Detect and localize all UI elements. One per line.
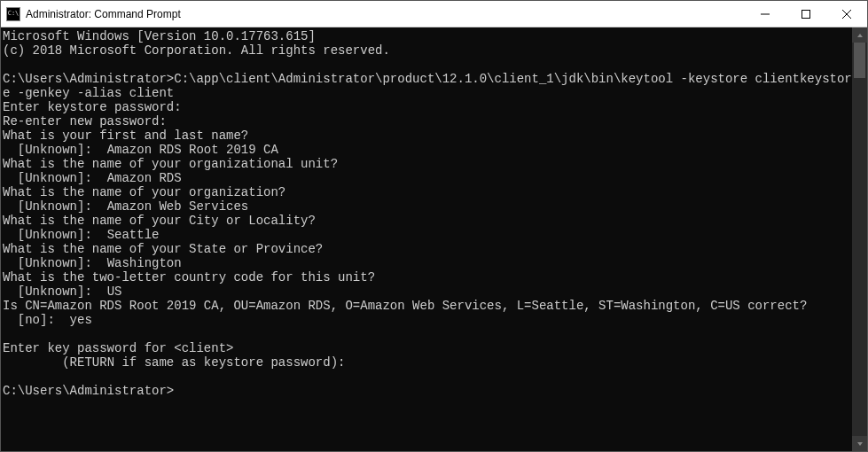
close-icon bbox=[842, 10, 851, 19]
terminal-output[interactable]: Microsoft Windows [Version 10.0.17763.61… bbox=[1, 27, 852, 451]
scroll-up-button[interactable] bbox=[852, 27, 867, 43]
scroll-down-button[interactable] bbox=[852, 436, 867, 451]
close-button[interactable] bbox=[826, 1, 867, 27]
titlebar[interactable]: C:\ Administrator: Command Prompt bbox=[1, 1, 867, 27]
chevron-up-icon bbox=[856, 32, 864, 39]
svg-rect-1 bbox=[802, 10, 810, 18]
minimize-icon bbox=[761, 10, 770, 19]
svg-marker-5 bbox=[857, 442, 863, 446]
maximize-button[interactable] bbox=[786, 1, 826, 27]
cmd-icon: C:\ bbox=[6, 7, 20, 21]
chevron-down-icon bbox=[856, 440, 864, 448]
terminal-area: Microsoft Windows [Version 10.0.17763.61… bbox=[1, 27, 867, 451]
scrollbar-thumb[interactable] bbox=[854, 43, 865, 78]
scrollbar-track[interactable] bbox=[852, 43, 867, 436]
vertical-scrollbar[interactable] bbox=[852, 27, 867, 451]
maximize-icon bbox=[802, 10, 810, 19]
minimize-button[interactable] bbox=[745, 1, 786, 27]
window-controls bbox=[745, 1, 867, 27]
window-title: Administrator: Command Prompt bbox=[26, 8, 745, 20]
svg-marker-4 bbox=[857, 34, 863, 37]
